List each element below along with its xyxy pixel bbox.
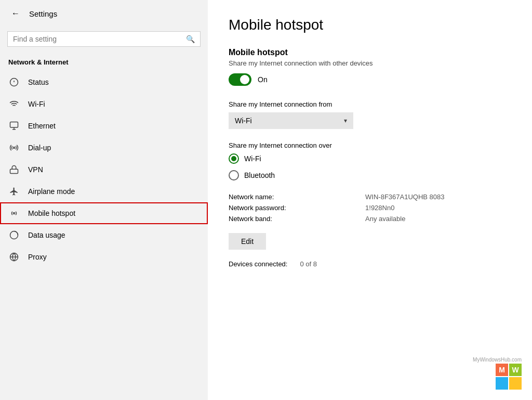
dialup-icon: [8, 143, 20, 152]
section-desc: Share my Internet connection with other …: [229, 59, 511, 67]
wifi-icon: [8, 99, 20, 109]
watermark: MyWindowsHub.com M W: [473, 357, 522, 390]
sidebar-item-ethernet[interactable]: Ethernet: [0, 115, 208, 137]
toggle-track: [229, 73, 251, 86]
sidebar-item-label-datausage: Data usage: [28, 231, 65, 239]
connection-from-label: Share my Internet connection from: [229, 100, 511, 108]
radio-wifi-inner: [231, 156, 236, 161]
network-name-val: WIN-8F367A1UQHB 8083: [365, 193, 511, 201]
devices-connected-row: Devices connected: 0 of 8: [229, 260, 511, 268]
sidebar-title: Settings: [29, 9, 57, 18]
network-band-val: Any available: [365, 215, 511, 223]
sidebar-item-status[interactable]: Status: [0, 71, 208, 93]
sidebar-item-vpn[interactable]: VPN: [0, 159, 208, 180]
devices-connected-key: Devices connected:: [229, 260, 287, 268]
radio-wifi[interactable]: Wi-Fi: [229, 153, 511, 164]
page-title: Mobile hotspot: [229, 17, 511, 33]
radio-bluetooth-label: Bluetooth: [244, 171, 275, 179]
tile-m: M: [496, 364, 508, 376]
connection-over-label: Share my Internet connection over: [229, 141, 511, 149]
sidebar-item-label-ethernet: Ethernet: [28, 122, 56, 130]
watermark-logo: MyWindowsHub.com M W: [473, 357, 522, 390]
sidebar-item-label-vpn: VPN: [28, 165, 43, 174]
hotspot-toggle[interactable]: [229, 73, 251, 86]
nav-list: StatusWi-FiEthernetDial-upVPNAirplane mo…: [0, 71, 208, 268]
main-content: Mobile hotspot Mobile hotspot Share my I…: [208, 0, 532, 400]
sidebar-item-proxy[interactable]: Proxy: [0, 246, 208, 268]
tile-bot-r: [509, 377, 522, 390]
back-button[interactable]: ←: [8, 6, 23, 21]
network-band-key: Network band:: [229, 215, 353, 223]
search-icon: 🔍: [186, 35, 195, 43]
tile-w: W: [509, 364, 522, 376]
sidebar-item-label-wifi: Wi-Fi: [28, 100, 45, 108]
connection-from-dropdown[interactable]: Wi-Fi ▾: [229, 112, 353, 129]
watermark-tiles: M W: [496, 364, 522, 390]
svg-point-7: [14, 147, 15, 149]
proxy-icon: [8, 252, 20, 262]
sidebar-item-airplane[interactable]: Airplane mode: [0, 180, 208, 202]
sidebar-item-label-hotspot: Mobile hotspot: [28, 209, 75, 217]
sidebar-item-label-airplane: Airplane mode: [28, 187, 75, 196]
sidebar-item-label-proxy: Proxy: [28, 253, 47, 261]
status-icon: [8, 78, 20, 87]
vpn-icon: [8, 165, 20, 174]
search-box[interactable]: 🔍: [7, 31, 201, 47]
airplane-icon: [8, 187, 20, 196]
toggle-row: On: [229, 73, 511, 86]
radio-wifi-outer: [229, 153, 239, 164]
network-password-val: 1!928Nn0: [365, 204, 511, 212]
search-input[interactable]: [13, 35, 182, 43]
sidebar-item-datausage[interactable]: Data usage: [0, 224, 208, 246]
toggle-thumb: [240, 75, 249, 84]
watermark-text: MyWindowsHub.com: [473, 357, 522, 363]
ethernet-icon: [8, 121, 20, 131]
datausage-icon: [8, 230, 20, 240]
network-name-key: Network name:: [229, 193, 353, 201]
sidebar-header: ← Settings: [0, 0, 208, 27]
sidebar: ← Settings 🔍 Network & Internet StatusWi…: [0, 0, 208, 400]
dropdown-value: Wi-Fi: [235, 117, 252, 125]
network-info-grid: Network name: WIN-8F367A1UQHB 8083 Netwo…: [229, 193, 511, 223]
toggle-label: On: [258, 75, 268, 84]
svg-point-9: [14, 213, 15, 214]
hotspot-icon: [8, 209, 20, 218]
sidebar-item-label-status: Status: [28, 78, 49, 86]
radio-bluetooth[interactable]: Bluetooth: [229, 170, 511, 180]
radio-wifi-label: Wi-Fi: [244, 154, 261, 163]
edit-button[interactable]: Edit: [229, 233, 266, 250]
section-label: Network & Internet: [0, 55, 208, 71]
radio-bluetooth-outer: [229, 170, 239, 180]
svg-rect-4: [10, 122, 18, 128]
svg-rect-8: [10, 169, 18, 173]
section-heading: Mobile hotspot: [229, 48, 511, 57]
radio-group: Wi-Fi Bluetooth: [229, 153, 511, 180]
devices-connected-val: 0 of 8: [300, 260, 317, 268]
sidebar-item-hotspot[interactable]: Mobile hotspot: [0, 202, 208, 224]
sidebar-item-dialup[interactable]: Dial-up: [0, 137, 208, 159]
sidebar-item-label-dialup: Dial-up: [28, 144, 51, 152]
sidebar-item-wifi[interactable]: Wi-Fi: [0, 93, 208, 115]
network-password-key: Network password:: [229, 204, 353, 212]
tile-bot-l: [496, 377, 508, 390]
chevron-down-icon: ▾: [344, 117, 347, 124]
